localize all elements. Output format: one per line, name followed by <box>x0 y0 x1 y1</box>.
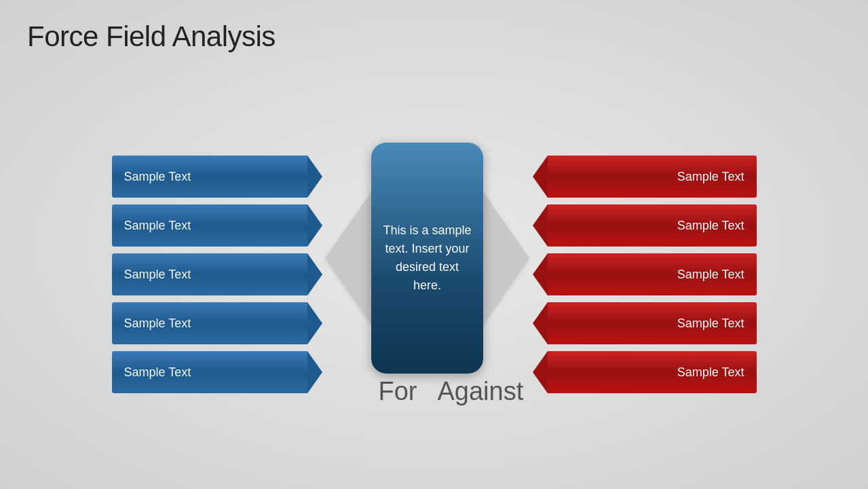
slide-title: Force Field Analysis <box>27 20 841 53</box>
blue-arrow-4[interactable]: Sample Text <box>112 302 322 344</box>
red-arrow-5[interactable]: Sample Text <box>533 351 757 393</box>
label-for: For <box>316 377 428 406</box>
diagram: Sample Text Sample Text Sample Text Samp… <box>27 73 841 475</box>
red-arrow-3[interactable]: Sample Text <box>533 253 757 295</box>
labels-container: For Against <box>316 377 540 406</box>
big-arrow-right-icon <box>482 190 529 326</box>
slide: Force Field Analysis Sample Text Sample … <box>0 0 868 489</box>
label-against: Against <box>428 377 540 406</box>
blue-arrow-1[interactable]: Sample Text <box>112 156 322 198</box>
red-arrow-1[interactable]: Sample Text <box>533 156 757 198</box>
center-section: This is a sample text. Insert your desir… <box>316 143 540 406</box>
center-box[interactable]: This is a sample text. Insert your desir… <box>371 143 483 374</box>
red-arrow-4[interactable]: Sample Text <box>533 302 757 344</box>
big-arrow-left-icon <box>325 190 373 326</box>
left-column: Sample Text Sample Text Sample Text Samp… <box>112 156 322 393</box>
blue-arrow-2[interactable]: Sample Text <box>112 204 322 247</box>
arrows-wrapper: This is a sample text. Insert your desir… <box>325 143 529 374</box>
red-arrow-2[interactable]: Sample Text <box>533 204 757 247</box>
blue-arrow-3[interactable]: Sample Text <box>112 253 322 295</box>
right-column: Sample Text Sample Text Sample Text Samp… <box>533 156 757 393</box>
blue-arrow-5[interactable]: Sample Text <box>112 351 322 393</box>
